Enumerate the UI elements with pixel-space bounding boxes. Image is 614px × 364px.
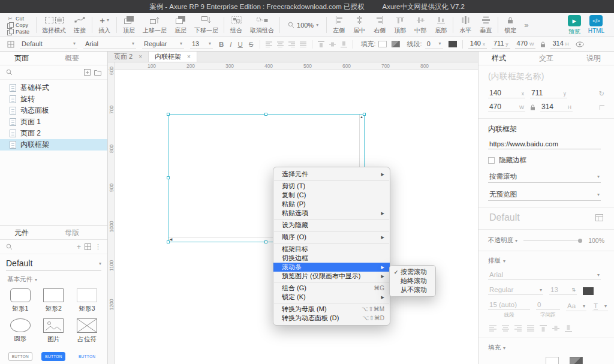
visibility-eye-icon[interactable]	[573, 41, 586, 47]
fill-section-header[interactable]: 填充 ▾	[488, 338, 604, 352]
vertical-align-top-icon[interactable]	[540, 325, 547, 332]
fill-color-swatch[interactable]	[546, 357, 559, 364]
selection-handle[interactable]	[167, 113, 170, 116]
copy-button[interactable]: Copy	[7, 22, 29, 28]
page-tree-item[interactable]: 动态面板	[0, 105, 107, 116]
font-weight-select[interactable]: Regular▾	[142, 40, 184, 49]
vertical-align-middle-icon[interactable]	[552, 325, 559, 332]
align-left-button[interactable]: 左侧	[329, 13, 349, 37]
selection-handle[interactable]	[167, 176, 170, 179]
widget-style-select[interactable]: Default	[488, 207, 604, 223]
text-align-justify-icon[interactable]	[527, 325, 534, 332]
font-weight-select[interactable]: Regular▾	[488, 286, 543, 295]
menu-item[interactable]: 预览图片 (仅限画布中显示)▶	[273, 272, 390, 281]
widget-item[interactable]: BUTTON链接按钮	[70, 345, 104, 364]
more-options-icon[interactable]: ⋮	[95, 243, 101, 251]
tab-widgets[interactable]: 元件	[14, 228, 29, 238]
line-color-swatch[interactable]	[446, 41, 459, 47]
selection-handle[interactable]	[264, 240, 267, 243]
fill-color-swatch[interactable]	[376, 41, 389, 47]
text-align-left-icon[interactable]	[489, 325, 496, 332]
y-field[interactable]: 711y	[492, 40, 510, 49]
cut-button[interactable]: ✂Cut	[7, 16, 29, 22]
fill-image-control[interactable]: 图片	[570, 357, 583, 364]
text-align-left-icon[interactable]	[263, 41, 275, 47]
height-field[interactable]: 314H	[540, 103, 573, 112]
text-align-center-icon[interactable]	[275, 41, 286, 47]
underline-button[interactable]: U	[235, 41, 246, 48]
submenu-item[interactable]: 始终滚动	[390, 276, 435, 285]
menu-item[interactable]: 锁定 (K)▶	[273, 293, 390, 302]
page-tree-item[interactable]: 基础样式	[0, 82, 107, 94]
align-center-button[interactable]: 居中	[349, 13, 369, 37]
widget-item[interactable]: 图片	[37, 315, 71, 345]
lock-button[interactable]: 锁定	[500, 13, 520, 37]
widget-item[interactable]: 矩形2	[37, 285, 71, 315]
vertical-align-top-icon[interactable]	[315, 41, 327, 47]
widget-item[interactable]: 圆形	[4, 315, 37, 345]
canvas-area[interactable]: 页面 2 × 内联框架 × 100 200 300 400 500 600 70…	[108, 52, 478, 364]
menu-item[interactable]: 框架目标	[273, 245, 390, 254]
add-folder-icon[interactable]	[94, 70, 101, 76]
font-size-select[interactable]: 13▾	[190, 40, 213, 49]
submenu-item[interactable]: 从不滚动	[390, 285, 435, 294]
selection-handle[interactable]	[167, 240, 170, 243]
ungroup-button[interactable]: 取消组合	[246, 13, 278, 37]
scroll-mode-select[interactable]: 按需滚动 ▾	[488, 172, 601, 183]
preview-button[interactable]: ▶ 预览	[568, 15, 581, 36]
close-tab-icon[interactable]: ×	[187, 53, 191, 60]
page-tree-item[interactable]: 页面 1	[0, 116, 107, 128]
menu-item[interactable]: 转换为母版 (M)⌥⇧⌘M	[273, 305, 390, 314]
select-mode-button[interactable]: 选择模式	[38, 13, 70, 37]
connect-button[interactable]: 连接	[70, 13, 90, 37]
add-page-icon[interactable]	[84, 69, 91, 76]
menu-item[interactable]: 粘贴选项▶	[273, 209, 390, 218]
move-up-button[interactable]: 上移一层	[139, 13, 170, 37]
selection-handle[interactable]	[264, 113, 267, 116]
text-decoration-select[interactable]: T▾	[592, 302, 608, 311]
page-tree-item-selected[interactable]: 内联框架	[0, 139, 107, 151]
widget-name-input[interactable]: (内联框架名称)	[488, 69, 604, 85]
distribute-horizontal-button[interactable]: 水平	[455, 13, 475, 37]
vertical-align-middle-icon[interactable]	[327, 41, 338, 47]
tab-pages[interactable]: 页面	[14, 53, 29, 64]
submenu-item[interactable]: ✓按需滚动	[390, 267, 435, 276]
canvas-tab-active[interactable]: 内联框架 ×	[149, 52, 197, 62]
text-align-right-icon[interactable]	[514, 325, 522, 332]
page-tree-item[interactable]: 页面 2	[0, 128, 107, 139]
menu-item[interactable]: 剪切 (T)	[273, 182, 390, 191]
align-right-button[interactable]: 右侧	[369, 13, 390, 37]
menu-item-scrollbars-highlighted[interactable]: 滚动条▶	[273, 263, 390, 272]
line-height-field[interactable]: 15 (auto)	[488, 301, 530, 310]
move-down-button[interactable]: 下移一层	[191, 13, 222, 37]
typography-section-header[interactable]: 排版 ▾	[488, 251, 604, 265]
align-top-button[interactable]: 顶部	[390, 13, 410, 37]
letter-spacing-field[interactable]: 0	[536, 301, 560, 310]
x-field[interactable]: 140x	[488, 89, 525, 98]
line-width-select[interactable]: 0▾	[425, 40, 443, 49]
widget-item[interactable]: 占位符	[70, 315, 104, 345]
search-icon[interactable]	[6, 69, 13, 76]
tab-outline[interactable]: 概要	[65, 53, 79, 64]
search-icon[interactable]	[6, 243, 13, 250]
style-preset-select[interactable]: Default▾	[20, 40, 77, 49]
lock-ratio-icon[interactable]	[538, 41, 548, 47]
menu-item[interactable]: 粘贴 (P)	[273, 200, 390, 209]
add-widget-icon[interactable]: +	[77, 243, 81, 251]
send-to-back-button[interactable]: 底层	[170, 13, 191, 37]
width-field[interactable]: 470W	[488, 103, 525, 112]
widget-item[interactable]: BUTTON按钮	[4, 345, 37, 364]
font-family-select[interactable]: Arial▾	[488, 271, 601, 280]
fill-image-swatch[interactable]	[389, 41, 402, 47]
toolbar-overflow-button[interactable]: »	[520, 13, 532, 37]
menu-item[interactable]: 切换边框	[273, 254, 390, 263]
group-button[interactable]: 组合	[226, 13, 246, 37]
lock-ratio-icon[interactable]	[530, 104, 535, 110]
font-color-swatch[interactable]	[583, 287, 594, 295]
widget-item[interactable]: 矩形1	[4, 285, 37, 315]
opacity-slider[interactable]	[523, 240, 582, 241]
bring-to-front-button[interactable]: 顶层	[119, 13, 139, 37]
zoom-control[interactable]: 100% ▾	[282, 13, 324, 37]
bold-button[interactable]: B	[216, 41, 227, 48]
preview-image-select[interactable]: 无预览图 ▾	[488, 190, 601, 201]
